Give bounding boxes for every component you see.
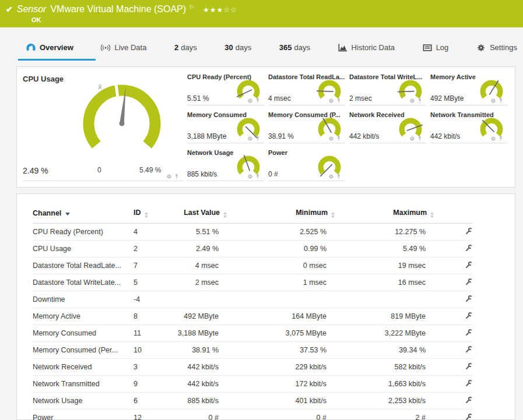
channel-row[interactable]: Network Usage 6 885 kbit/s 401 kbit/s 2,… bbox=[33, 393, 473, 410]
mini-gauge-label: CPU Ready (Percent) bbox=[187, 71, 264, 80]
pin-icon[interactable] bbox=[417, 98, 423, 104]
cpu-usage-gauge: x̄ bbox=[72, 74, 171, 173]
channel-row[interactable]: Memory Consumed 11 3,188 MByte 3,075 MBy… bbox=[33, 325, 473, 342]
gauge-needle bbox=[323, 118, 331, 133]
channel-name[interactable]: Downtime bbox=[33, 291, 134, 308]
channel-name[interactable]: CPU Ready (Percent) bbox=[33, 224, 134, 241]
pin-icon[interactable] bbox=[498, 98, 504, 104]
priority-stars[interactable]: ★★★☆☆ bbox=[203, 4, 237, 15]
col-header-last-value[interactable]: Last Value bbox=[169, 206, 227, 224]
gear-icon[interactable] bbox=[247, 136, 253, 142]
channel-id: 10 bbox=[134, 342, 169, 359]
channel-row[interactable]: Downtime -4 bbox=[33, 291, 473, 308]
tab-settings[interactable]: Settings bbox=[476, 43, 517, 61]
channel-name[interactable]: Datastore Total ReadLate... bbox=[33, 257, 134, 274]
gear-icon[interactable] bbox=[328, 98, 334, 104]
sort-both-icon bbox=[331, 212, 335, 218]
gauge-needle bbox=[398, 91, 415, 92]
gear-icon[interactable] bbox=[409, 98, 415, 104]
mini-gauge-panel: Memory Active 492 MByte bbox=[430, 71, 507, 105]
channel-name[interactable]: Network Usage bbox=[33, 393, 134, 410]
channel-name[interactable]: Datastore Total WriteLate... bbox=[33, 274, 134, 291]
channel-row[interactable]: Memory Consumed (Per... 10 38.91 % 37.53… bbox=[33, 342, 473, 359]
pin-icon[interactable] bbox=[255, 174, 261, 179]
channel-id: 5 bbox=[134, 274, 169, 291]
pin-icon[interactable] bbox=[336, 136, 342, 142]
channel-name[interactable]: Memory Consumed (Per... bbox=[33, 342, 134, 359]
mini-gauge-label: Network Received bbox=[349, 109, 426, 118]
tab-2-days[interactable]: 2 days bbox=[174, 43, 197, 61]
pin-icon[interactable] bbox=[174, 174, 180, 179]
channel-minimum: 229 kbit/s bbox=[227, 359, 335, 376]
col-header-id[interactable]: ID bbox=[134, 206, 169, 224]
channel-settings-wrench-icon[interactable] bbox=[465, 329, 473, 336]
tab-log[interactable]: Log bbox=[423, 43, 449, 61]
channel-name[interactable]: Memory Active bbox=[33, 308, 134, 325]
channel-row[interactable]: Power 12 0 # 0 # 2 # bbox=[33, 410, 473, 420]
gear-icon[interactable] bbox=[490, 136, 496, 142]
gear-icon[interactable] bbox=[328, 174, 334, 179]
col-header-channel[interactable]: Channel bbox=[33, 206, 134, 224]
channel-row[interactable]: CPU Ready (Percent) 4 5.51 % 2.525 % 12.… bbox=[33, 224, 473, 241]
channel-last-value: 3,188 MByte bbox=[169, 325, 227, 342]
sort-both-icon bbox=[430, 212, 434, 218]
flag-icon[interactable]: ⚐ bbox=[189, 2, 194, 13]
channel-maximum: 16 msec bbox=[335, 274, 434, 291]
channel-settings-wrench-icon[interactable] bbox=[465, 261, 473, 269]
gear-icon[interactable] bbox=[247, 98, 253, 104]
channel-name[interactable]: Network Transmitted bbox=[33, 376, 134, 393]
gear-icon[interactable] bbox=[247, 174, 253, 179]
channel-settings-wrench-icon[interactable] bbox=[465, 396, 473, 404]
gear-icon[interactable] bbox=[409, 136, 415, 142]
channel-settings-wrench-icon[interactable] bbox=[465, 312, 473, 319]
channel-last-value: 492 MByte bbox=[169, 308, 227, 325]
channel-settings-wrench-icon[interactable] bbox=[465, 278, 473, 285]
gear-icon[interactable] bbox=[328, 136, 334, 142]
channel-row[interactable]: Network Received 3 442 kbit/s 229 kbit/s… bbox=[33, 359, 473, 376]
mini-gauge-panel: Datastore Total WriteL... 2 msec bbox=[349, 71, 426, 105]
tab-30-days[interactable]: 30 days bbox=[224, 43, 251, 61]
channel-settings-wrench-icon[interactable] bbox=[465, 413, 473, 420]
channel-id: 3 bbox=[134, 359, 169, 376]
mini-gauge-panel: Network Transmitted 442 kbit/s bbox=[430, 109, 507, 143]
channel-name[interactable]: CPU Usage bbox=[33, 241, 134, 257]
channel-row[interactable]: Datastore Total WriteLate... 5 2 msec 1 … bbox=[33, 274, 473, 291]
status-badge: OK bbox=[31, 16, 523, 23]
mini-gauge-panel: Datastore Total ReadLa... 4 msec bbox=[268, 71, 345, 105]
col-header-minimum[interactable]: Minimum bbox=[227, 206, 335, 224]
channel-settings-wrench-icon[interactable] bbox=[465, 362, 473, 370]
channel-id: 11 bbox=[134, 325, 169, 342]
col-header-maximum[interactable]: Maximum bbox=[335, 206, 434, 224]
pin-icon[interactable] bbox=[498, 136, 504, 142]
channel-row[interactable]: Memory Active 8 492 MByte 164 MByte 819 … bbox=[33, 308, 473, 325]
pin-icon[interactable] bbox=[417, 136, 423, 142]
channel-row[interactable]: CPU Usage 2 2.49 % 0.99 % 5.49 % bbox=[33, 241, 473, 257]
average-marker-label: x̄ bbox=[98, 83, 102, 91]
channel-settings-wrench-icon[interactable] bbox=[465, 379, 473, 387]
channel-row[interactable]: Network Transmitted 9 442 kbit/s 172 kbi… bbox=[33, 376, 473, 393]
channel-name[interactable]: Network Received bbox=[33, 359, 134, 376]
channel-settings-wrench-icon[interactable] bbox=[465, 345, 473, 353]
tab-historic-data[interactable]: Historic Data bbox=[338, 43, 395, 61]
channel-name[interactable]: Memory Consumed bbox=[33, 325, 134, 342]
pin-icon[interactable] bbox=[336, 174, 342, 179]
tab-365-days[interactable]: 365 days bbox=[279, 43, 310, 61]
channel-settings-wrench-icon[interactable] bbox=[465, 295, 473, 302]
channel-row[interactable]: Datastore Total ReadLate... 7 4 msec 0 m… bbox=[33, 257, 473, 274]
pin-icon[interactable] bbox=[336, 98, 342, 104]
tab-overview[interactable]: Overview bbox=[26, 43, 73, 61]
tab-live-data[interactable]: Live Data bbox=[101, 43, 146, 61]
mini-gauge-value: 492 MByte bbox=[430, 94, 464, 103]
mini-gauge-label: Memory Consumed bbox=[187, 109, 264, 118]
gauge-needle bbox=[482, 120, 494, 132]
gear-icon[interactable] bbox=[490, 98, 496, 104]
channel-last-value: 442 kbit/s bbox=[169, 376, 227, 393]
channel-table: Channel ID Last Value Minimum Maximum bbox=[33, 206, 473, 420]
mini-gauge-value: 0 # bbox=[268, 170, 278, 178]
channel-settings-wrench-icon[interactable] bbox=[465, 244, 473, 252]
pin-icon[interactable] bbox=[255, 136, 261, 142]
gear-icon[interactable] bbox=[166, 174, 172, 179]
channel-name[interactable]: Power bbox=[33, 410, 134, 420]
channel-settings-wrench-icon[interactable] bbox=[465, 227, 473, 235]
pin-icon[interactable] bbox=[255, 98, 261, 104]
